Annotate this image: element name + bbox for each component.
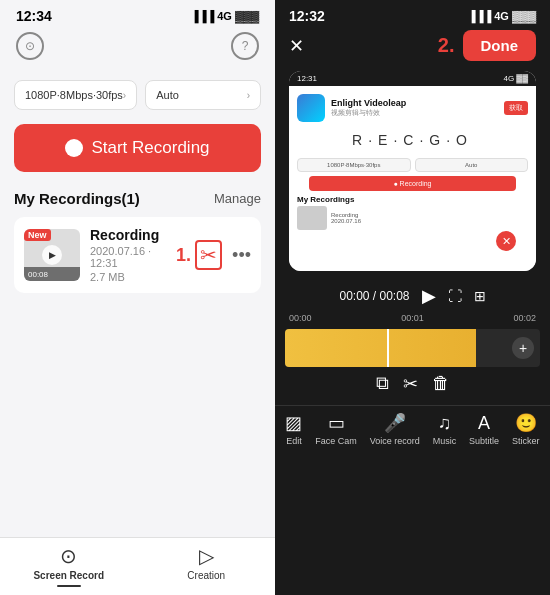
app-sub: 视频剪辑与特效: [331, 108, 406, 118]
preview-quality-btn: 1080P·8Mbps·30fps: [297, 158, 411, 172]
time-left: 12:34: [16, 8, 52, 24]
status-icons-right: ▐▐▐ 4G ▓▓▓: [468, 10, 536, 22]
help-icon[interactable]: ?: [231, 32, 259, 60]
timeline-time-labels: 00:00 00:01 00:02: [285, 313, 540, 323]
manage-button[interactable]: Manage: [214, 191, 261, 206]
quality-label: 1080P·8Mbps·30fps: [25, 89, 123, 101]
preview-thumb: [297, 206, 327, 230]
recording-info: Recording 2020.07.16 · 12:31 2.7 MB: [90, 227, 166, 283]
recording-item: New ▶ 00:08 Recording 2020.07.16 · 12:31…: [14, 217, 261, 293]
preview-brand: R·E·C·G·O: [297, 132, 528, 148]
status-bar-left: 12:34 ▐▐▐ 4G ▓▓▓: [0, 0, 275, 28]
bottom-toolbar: ▨ Edit ▭ Face Cam 🎤 Voice record ♫ Music…: [275, 405, 550, 454]
sticker-label: Sticker: [512, 436, 540, 446]
preview-status-bar: 12:31 4G ▓▓: [289, 71, 536, 86]
right-panel: 12:32 ▐▐▐ 4G ▓▓▓ ✕ 2. Done 12:31 4G ▓▓: [275, 0, 550, 595]
time-display-row: 00:00 / 00:08 ▶ ⛶ ⊞: [285, 285, 540, 307]
delete-icon[interactable]: 🗑: [432, 373, 450, 395]
time-right: 12:32: [289, 8, 325, 24]
recordings-title: My Recordings(1): [14, 190, 140, 207]
scissors-icon: ✂: [195, 240, 222, 270]
expand-icon[interactable]: ⛶: [448, 288, 462, 304]
left-panel: 12:34 ▐▐▐ 4G ▓▓▓ ⊙ ? 1080P·8Mbps·30fps ›…: [0, 0, 275, 595]
done-button[interactable]: Done: [463, 30, 537, 61]
add-clip-button[interactable]: +: [512, 337, 534, 359]
face-cam-label: Face Cam: [315, 436, 357, 446]
edit-icon: ▨: [285, 412, 302, 434]
preview-app-row: Enlight Videoleap 视频剪辑与特效 获取: [297, 94, 528, 122]
preview-recording-item: Recording2020.07.16: [297, 206, 528, 230]
signal-icon-left: ▐▐▐: [191, 10, 214, 22]
preview-recordings-label: My Recordings: [297, 195, 528, 204]
signal-icon-right: ▐▐▐: [468, 10, 491, 22]
creation-label: Creation: [187, 570, 225, 581]
timeline-area: 00:00 / 00:08 ▶ ⛶ ⊞ 00:00 00:01 00:02 + …: [275, 279, 550, 405]
quality-button[interactable]: 1080P·8Mbps·30fps ›: [14, 80, 137, 110]
timeline-controls: ⧉ ✂ 🗑: [285, 373, 540, 395]
tool-edit[interactable]: ▨ Edit: [285, 412, 302, 446]
time-display-text: 00:00 / 00:08: [339, 289, 409, 303]
nav-underline: [57, 585, 81, 587]
record-dot-icon: [65, 139, 83, 157]
get-button[interactable]: 获取: [504, 101, 528, 115]
fit-icon[interactable]: ⊞: [474, 288, 486, 304]
preview-close-overlay[interactable]: ✕: [496, 231, 516, 251]
recordings-header: My Recordings(1) Manage: [14, 190, 261, 207]
preview-auto-btn: Auto: [415, 158, 529, 172]
time-label-mid: 00:01: [401, 313, 424, 323]
face-cam-icon: ▭: [328, 412, 345, 434]
time-label-end: 00:02: [513, 313, 536, 323]
step-2-done-area: 2. Done: [438, 30, 536, 61]
screen-record-icon: ⊙: [60, 544, 77, 568]
creation-icon: ▷: [199, 544, 214, 568]
tool-sticker[interactable]: 🙂 Sticker: [512, 412, 540, 446]
screen-record-label: Screen Record: [33, 570, 104, 581]
top-bar-left: ⊙ ?: [0, 28, 275, 68]
phone-preview: 12:31 4G ▓▓ Enlight Videoleap 视频剪辑与特效 获取…: [289, 71, 536, 271]
step-1-label: 1.: [176, 245, 191, 266]
recording-size: 2.7 MB: [90, 271, 166, 283]
preview-record-btn: ● Recording: [309, 176, 517, 191]
recording-date: 2020.07.16 · 12:31: [90, 245, 166, 269]
nav-screen-record[interactable]: ⊙ Screen Record: [0, 544, 138, 587]
bottom-nav: ⊙ Screen Record ▷ Creation: [0, 537, 275, 595]
nav-creation[interactable]: ▷ Creation: [138, 544, 276, 587]
copy-clip-icon[interactable]: ⧉: [376, 373, 389, 395]
preview-network: 4G ▓▓: [503, 74, 528, 83]
more-options-button[interactable]: •••: [232, 245, 251, 266]
microphone-icon: 🎤: [384, 412, 406, 434]
time-label-start: 00:00: [289, 313, 312, 323]
start-recording-button[interactable]: Start Recording: [14, 124, 261, 172]
network-badge-left: 4G: [217, 10, 232, 22]
edit-label: Edit: [286, 436, 302, 446]
auto-label: Auto: [156, 89, 179, 101]
tool-voice-record[interactable]: 🎤 Voice record: [370, 412, 420, 446]
auto-button[interactable]: Auto ›: [145, 80, 261, 110]
tool-face-cam[interactable]: ▭ Face Cam: [315, 412, 357, 446]
app-name: Enlight Videoleap: [331, 98, 406, 108]
duration-bar: 00:08: [24, 267, 80, 281]
recording-thumbnail: New ▶ 00:08: [24, 229, 80, 281]
music-label: Music: [433, 436, 457, 446]
close-button[interactable]: ✕: [289, 35, 304, 57]
play-button[interactable]: ▶: [422, 285, 436, 307]
recording-name: Recording: [90, 227, 166, 243]
battery-icon-right: ▓▓▓: [512, 10, 536, 22]
app-icon: [297, 94, 325, 122]
app-info: Enlight Videoleap 视频剪辑与特效: [331, 98, 406, 118]
left-content: 1080P·8Mbps·30fps › Auto › Start Recordi…: [0, 68, 275, 537]
clip-fill: [285, 329, 476, 367]
cut-scissors-icon[interactable]: ✂: [403, 373, 418, 395]
thumbnail-play-button[interactable]: ▶: [42, 245, 62, 265]
tool-music[interactable]: ♫ Music: [433, 413, 457, 446]
quality-chevron: ›: [123, 90, 126, 101]
top-bar-right: ✕ 2. Done: [275, 28, 550, 67]
target-icon[interactable]: ⊙: [16, 32, 44, 60]
status-bar-right: 12:32 ▐▐▐ 4G ▓▓▓: [275, 0, 550, 28]
preview-rec-info: Recording2020.07.16: [331, 212, 361, 224]
preview-quality-row: 1080P·8Mbps·30fps Auto: [297, 158, 528, 172]
subtitle-label: Subtitle: [469, 436, 499, 446]
new-badge: New: [24, 229, 51, 241]
preview-time: 12:31: [297, 74, 317, 83]
tool-subtitle[interactable]: A Subtitle: [469, 413, 499, 446]
